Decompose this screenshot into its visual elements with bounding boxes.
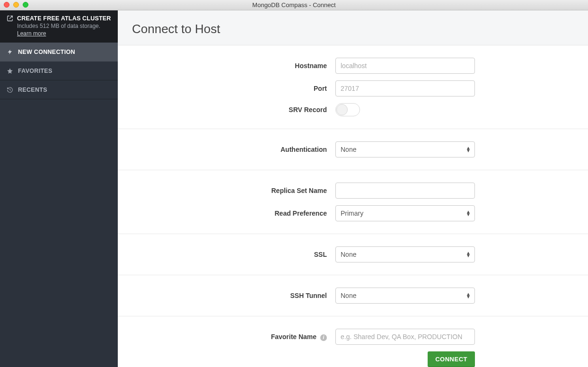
port-label: Port — [132, 85, 335, 92]
info-icon[interactable]: i — [320, 334, 327, 341]
readpref-select-value: Primary — [341, 210, 363, 217]
host-group: Hostname Port SRV Record — [118, 45, 588, 129]
zoom-window-button[interactable] — [23, 2, 28, 8]
sidebar-item-new-connection[interactable]: NEW CONNECTION — [0, 43, 118, 61]
sidebar-item-label: FAVORITES — [18, 68, 53, 74]
connection-form: Hostname Port SRV Record — [118, 45, 588, 367]
atlas-promo-title: CREATE FREE ATLAS CLUSTER — [17, 15, 111, 22]
sidebar-item-label: NEW CONNECTION — [18, 49, 75, 55]
chevron-up-down-icon: ▲▼ — [466, 210, 471, 216]
auth-select-value: None — [341, 146, 356, 153]
readpref-label: Read Preference — [132, 210, 335, 217]
ssh-label: SSH Tunnel — [132, 292, 335, 299]
ssh-select[interactable]: None ▲▼ — [335, 288, 475, 304]
chevron-up-down-icon: ▲▼ — [466, 293, 471, 298]
connect-button[interactable]: CONNECT — [428, 351, 475, 367]
atlas-learn-more-link[interactable]: Learn more — [17, 30, 46, 37]
readpref-select[interactable]: Primary ▲▼ — [335, 205, 475, 221]
ssl-select-value: None — [341, 251, 356, 258]
history-icon — [7, 87, 13, 93]
window-controls — [4, 2, 28, 8]
port-input[interactable] — [335, 80, 475, 96]
ssl-group: SSL None ▲▼ — [118, 234, 588, 275]
ssl-label: SSL — [132, 251, 335, 258]
page-header: Connect to Host — [118, 10, 588, 45]
srv-label: SRV Record — [132, 106, 335, 114]
sidebar: CREATE FREE ATLAS CLUSTER Includes 512 M… — [0, 10, 118, 367]
srv-toggle[interactable] — [335, 103, 360, 116]
favorite-group: Favorite Name i CONNECT — [118, 316, 588, 367]
atlas-promo-subtitle: Includes 512 MB of data storage. — [17, 23, 111, 29]
replica-group: Replica Set Name Read Preference Primary… — [118, 170, 588, 234]
hostname-label: Hostname — [132, 62, 335, 70]
auth-group: Authentication None ▲▼ — [118, 129, 588, 170]
chevron-up-down-icon: ▲▼ — [466, 147, 471, 152]
sidebar-item-recents[interactable]: RECENTS — [0, 80, 118, 99]
content-area: Connect to Host Hostname Port — [118, 10, 588, 367]
bolt-icon — [7, 49, 13, 55]
star-icon — [7, 68, 13, 74]
window-titlebar: MongoDB Compass - Connect — [0, 0, 588, 10]
atlas-promo-panel: CREATE FREE ATLAS CLUSTER Includes 512 M… — [0, 10, 118, 43]
ssh-select-value: None — [341, 292, 356, 299]
auth-label: Authentication — [132, 146, 335, 153]
minimize-window-button[interactable] — [13, 2, 19, 8]
favname-input[interactable] — [335, 329, 475, 345]
external-link-icon — [7, 15, 13, 22]
favname-label-text: Favorite Name — [271, 333, 316, 341]
toggle-knob — [336, 104, 348, 115]
sidebar-item-label: RECENTS — [18, 87, 47, 93]
auth-select[interactable]: None ▲▼ — [335, 141, 475, 157]
window-title: MongoDB Compass - Connect — [252, 1, 335, 9]
sidebar-item-favorites[interactable]: FAVORITES — [0, 61, 118, 80]
page-title: Connect to Host — [132, 22, 574, 36]
ssh-group: SSH Tunnel None ▲▼ — [118, 275, 588, 316]
ssl-select[interactable]: None ▲▼ — [335, 246, 475, 262]
hostname-input[interactable] — [335, 58, 475, 74]
close-window-button[interactable] — [4, 2, 9, 8]
chevron-up-down-icon: ▲▼ — [466, 252, 471, 257]
favname-label: Favorite Name i — [132, 333, 335, 341]
replica-label: Replica Set Name — [132, 187, 335, 194]
replica-input[interactable] — [335, 183, 475, 199]
